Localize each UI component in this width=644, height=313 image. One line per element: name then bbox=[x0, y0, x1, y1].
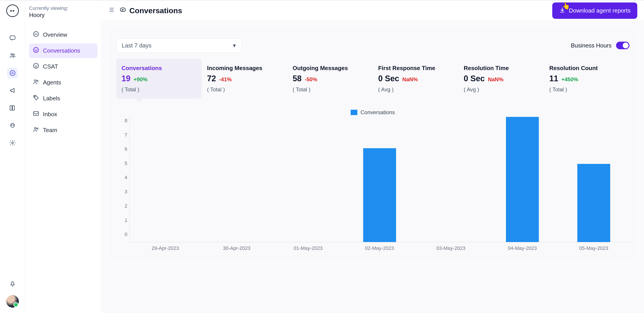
tile-sub: ( Total ) bbox=[549, 86, 624, 93]
bar-05-May-2023[interactable] bbox=[577, 164, 610, 242]
tile-change: -50% bbox=[305, 76, 317, 83]
svg-point-13 bbox=[37, 49, 37, 50]
metric-tile-first-response-time[interactable]: First Response Time0 SecNaN%( Avg ) bbox=[373, 59, 458, 99]
tile-sub: ( Total ) bbox=[122, 86, 196, 93]
page-title: Conversations bbox=[129, 6, 182, 15]
x-tick: 04-May-2023 bbox=[487, 242, 558, 251]
bar-04-May-2023[interactable] bbox=[506, 117, 539, 242]
y-tick: 0 bbox=[125, 231, 127, 237]
business-hours-toggle[interactable] bbox=[616, 42, 630, 49]
nav-item-label: Conversations bbox=[43, 47, 80, 54]
nav-labels[interactable]: Labels bbox=[29, 91, 97, 106]
download-reports-button[interactable]: Download agent reports bbox=[552, 3, 637, 19]
users-icon bbox=[33, 78, 40, 87]
x-axis: 29-Apr-202330-Apr-202301-May-202302-May-… bbox=[130, 242, 630, 251]
y-tick: 6 bbox=[125, 146, 127, 152]
nav-team[interactable]: Team bbox=[29, 123, 97, 137]
svg-point-9 bbox=[12, 142, 14, 144]
download-label: Download agent reports bbox=[569, 7, 630, 14]
avatar[interactable] bbox=[6, 295, 19, 308]
smile-icon bbox=[33, 47, 40, 55]
svg-point-19 bbox=[34, 96, 35, 97]
nav-item-label: Team bbox=[43, 127, 57, 134]
inbox-icon bbox=[33, 110, 40, 118]
y-tick: 8 bbox=[125, 118, 127, 124]
x-tick: 02-May-2023 bbox=[344, 242, 415, 251]
business-hours-label: Business Hours bbox=[571, 42, 612, 49]
chevron-down-icon: ▾ bbox=[233, 42, 236, 49]
tile-value: 0 Sec bbox=[464, 74, 485, 83]
x-tick: 01-May-2023 bbox=[272, 242, 344, 251]
nav-item-label: Labels bbox=[43, 95, 60, 102]
rail-library-icon[interactable] bbox=[7, 103, 18, 113]
nav-overview[interactable]: Overview bbox=[29, 28, 97, 42]
legend-swatch bbox=[351, 110, 357, 115]
svg-rect-5 bbox=[12, 106, 14, 110]
svg-point-14 bbox=[34, 63, 39, 69]
y-axis: 876543210 bbox=[116, 117, 130, 242]
nav-item-label: CSAT bbox=[43, 63, 58, 70]
svg-point-6 bbox=[10, 123, 14, 127]
svg-rect-20 bbox=[34, 112, 39, 116]
nav-csat[interactable]: CSAT bbox=[29, 59, 97, 74]
svg-rect-0 bbox=[10, 36, 15, 39]
svg-point-1 bbox=[11, 54, 12, 55]
tile-title: Incoming Messages bbox=[207, 65, 282, 72]
metric-tile-outgoing-messages[interactable]: Outgoing Messages58-50%( Total ) bbox=[287, 59, 373, 99]
tile-value: 11 bbox=[549, 74, 558, 83]
date-range-dropdown[interactable]: Last 7 days ▾ bbox=[116, 38, 242, 53]
y-tick: 7 bbox=[125, 132, 127, 138]
svg-point-8 bbox=[13, 125, 14, 126]
sidebar: Currently viewing: Hoory Overview Conver… bbox=[25, 1, 102, 313]
y-tick: 4 bbox=[125, 175, 127, 180]
plot-area bbox=[130, 117, 630, 242]
svg-point-17 bbox=[34, 80, 36, 82]
rail-settings-icon[interactable] bbox=[7, 137, 18, 148]
report-nav: Overview Conversations CSAT Agents Label… bbox=[29, 28, 97, 137]
tile-value: 72 bbox=[207, 74, 216, 83]
x-tick: 29-Apr-2023 bbox=[130, 242, 201, 251]
rail-reports-icon[interactable] bbox=[7, 68, 18, 78]
app-logo[interactable]: •• bbox=[6, 5, 19, 17]
tile-value: 0 Sec bbox=[378, 74, 399, 83]
rail-campaigns-icon[interactable] bbox=[7, 85, 18, 96]
svg-point-21 bbox=[34, 127, 36, 129]
tile-change: NaN% bbox=[402, 76, 418, 83]
svg-point-16 bbox=[37, 65, 37, 65]
y-tick: 1 bbox=[125, 217, 127, 223]
tile-change: +90% bbox=[134, 76, 148, 83]
download-icon bbox=[559, 7, 566, 15]
metric-tile-conversations[interactable]: Conversations19+90%( Total ) bbox=[116, 59, 202, 99]
metric-tile-resolution-time[interactable]: Resolution Time0 SecNaN%( Avg ) bbox=[458, 59, 544, 99]
tile-change: +450% bbox=[562, 76, 578, 83]
svg-point-18 bbox=[37, 80, 38, 82]
nav-item-label: Agents bbox=[43, 79, 61, 86]
main: Conversations Download agent reports 👆 L… bbox=[102, 1, 644, 313]
metric-tiles: Conversations19+90%( Total )Incoming Mes… bbox=[116, 59, 630, 99]
nav-inbox[interactable]: Inbox bbox=[29, 107, 97, 122]
y-tick: 3 bbox=[125, 189, 127, 195]
svg-point-11 bbox=[34, 48, 39, 53]
tile-value: 58 bbox=[293, 74, 302, 83]
nav-item-label: Overview bbox=[43, 31, 67, 38]
bar-02-May-2023[interactable] bbox=[363, 148, 396, 242]
collapse-sidebar-icon[interactable] bbox=[108, 7, 115, 15]
nav-item-label: Inbox bbox=[43, 111, 57, 118]
tile-title: Conversations bbox=[122, 65, 196, 72]
rail-contacts-icon[interactable] bbox=[7, 50, 18, 61]
nav-agents[interactable]: Agents bbox=[29, 75, 97, 90]
bell-icon[interactable] bbox=[7, 278, 18, 289]
tile-title: Outgoing Messages bbox=[293, 65, 368, 72]
viewing-name: Hoory bbox=[29, 12, 97, 19]
nav-conversations[interactable]: Conversations bbox=[29, 44, 97, 58]
tile-change: NaN% bbox=[488, 76, 503, 83]
rail-chat-icon[interactable] bbox=[7, 33, 18, 44]
rail-bot-icon[interactable] bbox=[7, 120, 18, 131]
svg-point-7 bbox=[12, 125, 12, 126]
x-tick: 03-May-2023 bbox=[415, 242, 487, 251]
metric-tile-incoming-messages[interactable]: Incoming Messages72-41%( Total ) bbox=[202, 59, 287, 99]
metric-tile-resolution-count[interactable]: Resolution Count11+450%( Total ) bbox=[544, 59, 630, 99]
smile-icon bbox=[33, 63, 40, 71]
tile-change: -41% bbox=[219, 76, 232, 83]
chart: Conversations 876543210 29-Apr-202330-Ap… bbox=[116, 109, 630, 251]
